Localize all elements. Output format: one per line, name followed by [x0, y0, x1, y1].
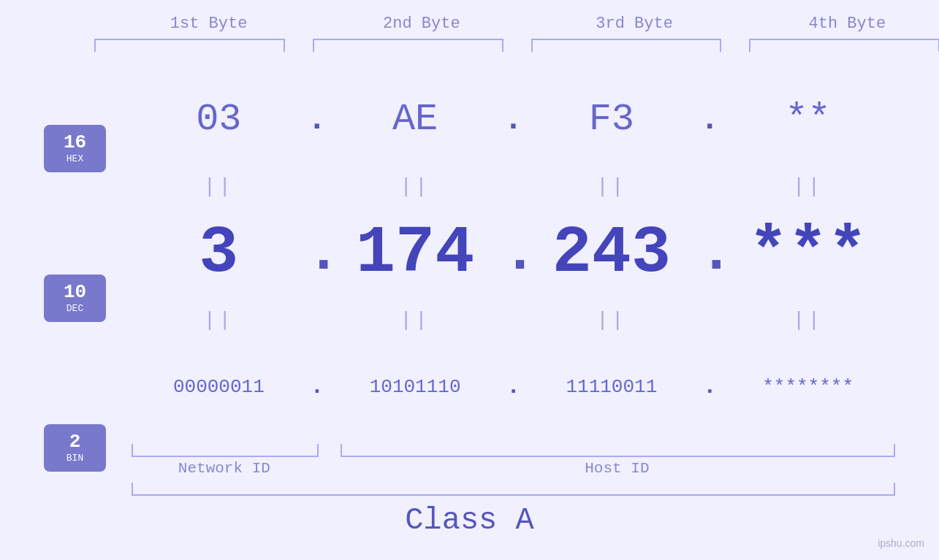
- bracket-byte1: [94, 39, 285, 52]
- hex-badge: 16 HEX: [44, 125, 106, 172]
- dec-badge-num: 10: [64, 283, 86, 302]
- dot-dec-3: .: [699, 220, 721, 286]
- bracket-byte2: [313, 39, 503, 52]
- bin-b4: ********: [721, 376, 895, 398]
- dec-row: 3 . 174 . 243 . ***: [132, 200, 895, 306]
- eq1-b3: ||: [525, 175, 699, 198]
- hex-b2: AE: [328, 98, 503, 141]
- dec-b3: 243: [525, 216, 699, 291]
- bin-badge-num: 2: [69, 432, 81, 451]
- eq2-b2: ||: [328, 309, 503, 331]
- host-id-label: Host ID: [339, 460, 895, 477]
- dec-b2: 174: [328, 216, 503, 291]
- bin-badge: 2 BIN: [44, 424, 106, 472]
- bin-row: 00000011 . 10101110 . 11110011 . *******…: [132, 334, 895, 440]
- main-container: 1st Byte 2nd Byte 3rd Byte 4th Byte 16 H…: [0, 0, 939, 560]
- base-labels-column: 16 HEX 10 DEC 2 BIN: [44, 66, 132, 477]
- eq2-b1: ||: [132, 309, 306, 331]
- byte4-header: 4th Byte: [752, 15, 939, 33]
- equals-row-1: || || || ||: [132, 172, 895, 200]
- full-bottom-bracket: [132, 483, 895, 496]
- byte-headers-row: 1st Byte 2nd Byte 3rd Byte 4th Byte: [91, 15, 939, 33]
- dec-b4: ***: [721, 216, 895, 291]
- dot-bin-2: .: [503, 373, 525, 400]
- hex-badge-num: 16: [64, 133, 86, 152]
- dec-badge-label: DEC: [66, 303, 83, 314]
- dot-bin-1: .: [306, 373, 328, 400]
- hex-b3: F3: [525, 98, 699, 141]
- dot-hex-2: .: [503, 101, 525, 138]
- dec-b1: 3: [132, 216, 306, 291]
- byte3-header: 3rd Byte: [539, 15, 730, 33]
- class-label: Class A: [405, 496, 533, 545]
- bin-b2: 10101110: [328, 376, 503, 398]
- byte1-header: 1st Byte: [113, 15, 304, 33]
- hex-b1: 03: [132, 98, 306, 141]
- dot-dec-1: .: [306, 220, 328, 286]
- top-brackets: [91, 39, 939, 52]
- id-labels-row: Network ID Host ID: [132, 460, 895, 477]
- hex-badge-label: HEX: [66, 153, 83, 164]
- dec-badge: 10 DEC: [44, 275, 106, 322]
- data-grid: 03 . AE . F3 . ** || || || || 3 .: [132, 66, 895, 477]
- equals-row-2: || || || ||: [132, 306, 895, 334]
- bracket-byte4: [749, 39, 939, 52]
- bin-badge-label: BIN: [66, 453, 83, 464]
- hex-row: 03 . AE . F3 . **: [132, 66, 895, 172]
- eq2-b3: ||: [525, 309, 699, 331]
- bottom-brackets-container: [132, 444, 895, 457]
- hex-b4: **: [721, 98, 895, 141]
- dot-hex-1: .: [306, 101, 328, 138]
- host-id-bracket: [341, 444, 895, 457]
- eq1-b1: ||: [132, 175, 306, 198]
- dot-dec-2: .: [503, 220, 525, 286]
- dot-bin-3: .: [699, 373, 721, 400]
- watermark: ipshu.com: [878, 537, 924, 549]
- network-id-label: Network ID: [132, 460, 317, 477]
- bin-b3: 11110011: [525, 376, 699, 398]
- bin-b1: 00000011: [132, 376, 306, 398]
- eq1-b2: ||: [328, 175, 503, 198]
- eq2-b4: ||: [721, 309, 895, 331]
- eq1-b4: ||: [721, 175, 895, 198]
- byte2-header: 2nd Byte: [326, 15, 517, 33]
- dot-hex-3: .: [699, 101, 721, 138]
- bracket-byte3: [531, 39, 722, 52]
- network-id-bracket: [132, 444, 319, 457]
